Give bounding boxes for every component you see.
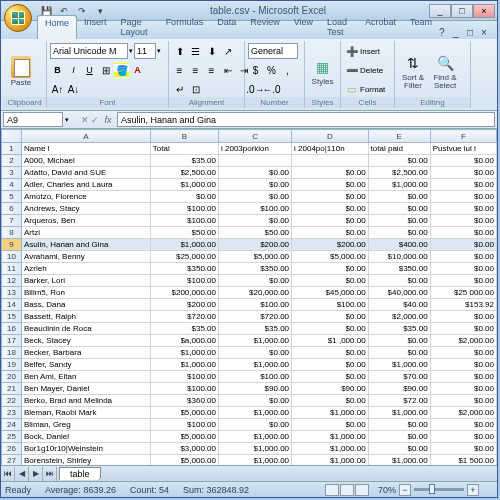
cell[interactable]: Arqueros, Ben [22, 215, 151, 227]
cell[interactable]: total paid [368, 143, 430, 155]
close-button[interactable]: × [473, 4, 495, 18]
help-icon[interactable]: ? [439, 27, 451, 39]
row-header[interactable]: 3 [2, 167, 22, 179]
cell[interactable]: $1,000.00 [218, 359, 291, 371]
row-header[interactable]: 17 [2, 335, 22, 347]
sheet-tab[interactable]: table [59, 467, 101, 480]
cell[interactable]: $0.00 [218, 395, 291, 407]
cell[interactable]: Avrahami, Benny [22, 251, 151, 263]
cell[interactable]: $1,000.00 [292, 443, 369, 455]
cell[interactable]: $350.00 [150, 263, 218, 275]
row-header[interactable]: 7 [2, 215, 22, 227]
zoom-out-button[interactable]: − [399, 484, 411, 496]
increase-decimal-button[interactable]: .0→ [248, 82, 263, 97]
row-header[interactable]: 20 [2, 371, 22, 383]
cell[interactable]: $0.00 [292, 323, 369, 335]
align-center-button[interactable]: ≡ [188, 63, 203, 78]
cell[interactable]: $0.00 [292, 263, 369, 275]
cell[interactable]: $0.00 [150, 191, 218, 203]
cell[interactable]: $5,000.00 [150, 455, 218, 466]
cell[interactable]: $1,000.00 [368, 455, 430, 466]
zoom-level[interactable]: 70% [378, 485, 396, 495]
row-header[interactable]: 5 [2, 191, 22, 203]
cell[interactable]: $0.00 [292, 167, 369, 179]
cell[interactable]: $100.00 [218, 299, 291, 311]
cell[interactable]: $200.00 [292, 239, 369, 251]
align-top-button[interactable]: ⬆ [172, 44, 187, 59]
cell[interactable]: $1,000.00 [218, 431, 291, 443]
cell[interactable]: $1,000.00 [368, 359, 430, 371]
delete-cells-button[interactable]: ➖ [344, 63, 359, 78]
grow-font-button[interactable]: A↑ [50, 82, 65, 97]
name-box[interactable]: A9 [3, 112, 63, 127]
tab-view[interactable]: View [287, 15, 320, 39]
cell[interactable]: $0.00 [292, 359, 369, 371]
cell[interactable]: $0.00 [368, 227, 430, 239]
cell[interactable]: $35.00 [150, 155, 218, 167]
row-header[interactable]: 24 [2, 419, 22, 431]
cell[interactable]: Blllm5, Ron [22, 287, 151, 299]
fx-icon[interactable]: fx [101, 115, 115, 125]
zoom-slider[interactable] [414, 488, 464, 491]
cell[interactable]: $2,500.00 [150, 167, 218, 179]
cell[interactable]: $0.00 [368, 419, 430, 431]
cell[interactable]: $0.00 [218, 275, 291, 287]
cell[interactable]: $100.00 [150, 215, 218, 227]
cell[interactable]: $0.00 [430, 191, 496, 203]
cell[interactable]: $0.00 [292, 371, 369, 383]
column-header[interactable]: A [22, 130, 151, 143]
cell[interactable]: $90.00 [218, 383, 291, 395]
cell[interactable]: $40.00 [368, 299, 430, 311]
font-size-combo[interactable]: 11 [134, 43, 156, 59]
cell[interactable]: Bock, Daniel [22, 431, 151, 443]
row-header[interactable]: 4 [2, 179, 22, 191]
cell[interactable]: $2,500.00 [368, 167, 430, 179]
cell[interactable]: $153.92 [430, 299, 496, 311]
cell[interactable]: $0.00 [218, 167, 291, 179]
cell[interactable]: $0.00 [292, 191, 369, 203]
italic-button[interactable]: I [66, 63, 81, 78]
cell[interactable]: $a,000.00 [150, 335, 218, 347]
row-header[interactable]: 10 [2, 251, 22, 263]
cell[interactable]: Bliman, Greg [22, 419, 151, 431]
zoom-in-button[interactable]: + [467, 484, 479, 496]
bold-button[interactable]: B [50, 63, 65, 78]
cell[interactable]: $1,000.00 [150, 347, 218, 359]
cell[interactable]: $0.00 [292, 227, 369, 239]
column-header[interactable]: D [292, 130, 369, 143]
cell[interactable]: $72.00 [368, 395, 430, 407]
cell[interactable]: $0.00 [430, 419, 496, 431]
cell[interactable]: $0.00 [368, 215, 430, 227]
cell[interactable]: $0.00 [430, 395, 496, 407]
cell[interactable]: $0.00 [430, 359, 496, 371]
cell[interactable]: $35.00 [218, 323, 291, 335]
maximize-button[interactable]: □ [451, 4, 473, 18]
cell[interactable]: $0.00 [292, 419, 369, 431]
cell[interactable]: $1,000.00 [218, 407, 291, 419]
cell[interactable]: $20,000.00 [218, 287, 291, 299]
cell[interactable]: $0.00 [430, 215, 496, 227]
cell[interactable]: $0.00 [430, 155, 496, 167]
cell[interactable]: $0.00 [430, 275, 496, 287]
cell[interactable] [218, 155, 291, 167]
cell[interactable]: Beck, Stacey [22, 335, 151, 347]
cell[interactable]: $0.00 [368, 203, 430, 215]
shrink-font-button[interactable]: A↓ [66, 82, 81, 97]
minimize-ribbon-icon[interactable]: _ [453, 27, 465, 39]
cell[interactable]: Adler, Charles and Laura [22, 179, 151, 191]
font-name-combo[interactable]: Arial Unicode M [50, 43, 128, 59]
find-select-button[interactable]: 🔍 Find & Select [430, 42, 460, 100]
row-header[interactable]: 8 [2, 227, 22, 239]
first-sheet-button[interactable]: ⏮ [1, 467, 15, 481]
cell[interactable]: $1 500.00 [430, 455, 496, 466]
font-color-button[interactable]: A [130, 63, 145, 78]
enter-icon[interactable]: ✓ [91, 115, 99, 125]
cell[interactable]: Total [150, 143, 218, 155]
cell[interactable]: Amotzo, Florence [22, 191, 151, 203]
percent-button[interactable]: % [264, 63, 279, 78]
cell[interactable]: $1,000.00 [292, 455, 369, 466]
cell[interactable]: $1,000.00 [150, 239, 218, 251]
cell[interactable]: $100.00 [218, 203, 291, 215]
cell[interactable]: $100.00 [150, 419, 218, 431]
row-header[interactable]: 21 [2, 383, 22, 395]
